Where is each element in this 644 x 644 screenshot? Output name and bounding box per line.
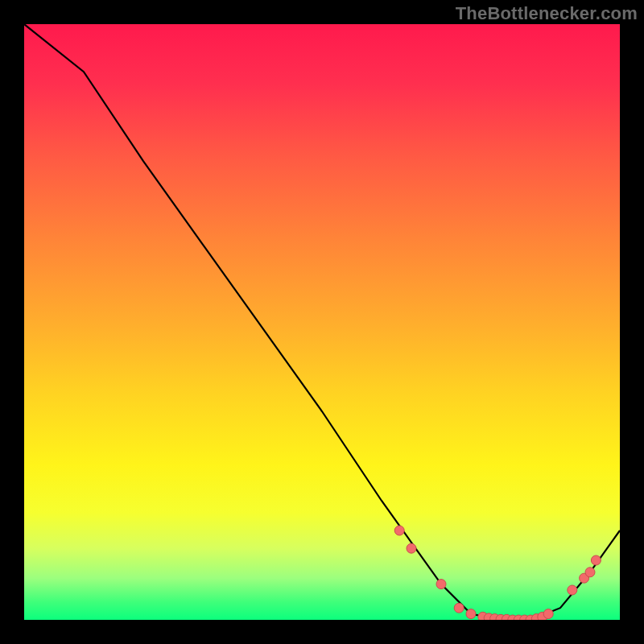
marker-dot: [394, 526, 404, 535]
marker-layer: [24, 24, 620, 620]
marker-dot: [454, 603, 464, 613]
chart-plot-area: [24, 24, 620, 620]
marker-dot: [585, 568, 595, 577]
marker-dot: [436, 580, 446, 589]
marker-dot: [568, 585, 577, 595]
marker-dot: [591, 555, 601, 565]
marker-dot: [543, 609, 553, 619]
chart-frame: TheBottlenecker.com: [0, 0, 644, 644]
marker-dot: [466, 609, 476, 619]
watermark-text: TheBottlenecker.com: [456, 3, 638, 24]
marker-dot: [407, 543, 416, 553]
marker-group: [394, 526, 601, 620]
